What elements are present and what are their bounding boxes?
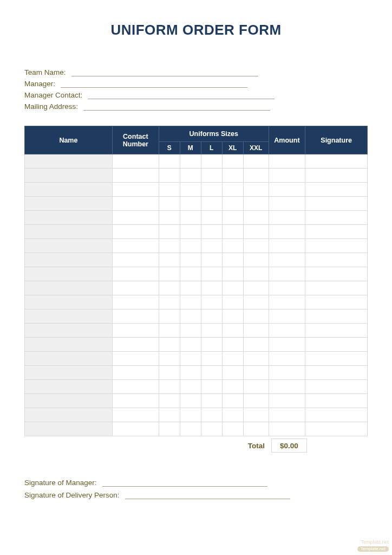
cell[interactable]: [159, 197, 180, 211]
input-line-sig-manager[interactable]: [102, 479, 267, 487]
cell[interactable]: [222, 408, 243, 422]
cell[interactable]: [159, 267, 180, 281]
cell[interactable]: [222, 309, 243, 324]
cell[interactable]: [222, 169, 243, 183]
cell[interactable]: [159, 422, 180, 436]
cell[interactable]: [180, 422, 201, 436]
cell[interactable]: [112, 239, 159, 253]
cell[interactable]: [112, 211, 159, 225]
cell[interactable]: [25, 352, 113, 366]
cell[interactable]: [112, 154, 159, 169]
cell[interactable]: [112, 394, 159, 408]
cell[interactable]: [269, 338, 305, 352]
cell[interactable]: [201, 408, 222, 422]
cell[interactable]: [112, 309, 159, 324]
cell[interactable]: [25, 154, 113, 169]
cell[interactable]: [243, 366, 269, 380]
cell[interactable]: [243, 197, 269, 211]
cell[interactable]: [112, 422, 159, 436]
input-line-team-name[interactable]: [71, 69, 258, 76]
cell[interactable]: [201, 309, 222, 324]
cell[interactable]: [305, 366, 368, 380]
cell[interactable]: [112, 408, 159, 422]
cell[interactable]: [243, 267, 269, 281]
cell[interactable]: [159, 281, 180, 295]
cell[interactable]: [159, 253, 180, 267]
cell[interactable]: [222, 183, 243, 197]
cell[interactable]: [201, 239, 222, 253]
cell[interactable]: [201, 281, 222, 295]
cell[interactable]: [305, 169, 368, 183]
cell[interactable]: [305, 338, 368, 352]
cell[interactable]: [180, 169, 201, 183]
cell[interactable]: [112, 267, 159, 281]
cell[interactable]: [201, 295, 222, 309]
cell[interactable]: [180, 154, 201, 169]
cell[interactable]: [305, 281, 368, 295]
cell[interactable]: [159, 366, 180, 380]
cell[interactable]: [222, 394, 243, 408]
cell[interactable]: [222, 422, 243, 436]
cell[interactable]: [159, 183, 180, 197]
input-line-manager[interactable]: [61, 80, 247, 88]
cell[interactable]: [269, 154, 305, 169]
cell[interactable]: [159, 169, 180, 183]
cell[interactable]: [305, 154, 368, 169]
cell[interactable]: [201, 422, 222, 436]
cell[interactable]: [222, 366, 243, 380]
cell[interactable]: [222, 253, 243, 267]
cell[interactable]: [243, 253, 269, 267]
cell[interactable]: [269, 422, 305, 436]
cell[interactable]: [269, 169, 305, 183]
cell[interactable]: [243, 154, 269, 169]
cell[interactable]: [180, 324, 201, 338]
cell[interactable]: [180, 380, 201, 394]
cell[interactable]: [201, 253, 222, 267]
input-line-manager-contact[interactable]: [88, 92, 275, 99]
cell[interactable]: [243, 394, 269, 408]
cell[interactable]: [243, 169, 269, 183]
cell[interactable]: [180, 295, 201, 309]
cell[interactable]: [25, 394, 113, 408]
cell[interactable]: [269, 394, 305, 408]
cell[interactable]: [159, 295, 180, 309]
cell[interactable]: [222, 380, 243, 394]
cell[interactable]: [159, 239, 180, 253]
cell[interactable]: [201, 267, 222, 281]
cell[interactable]: [243, 352, 269, 366]
cell[interactable]: [180, 394, 201, 408]
cell[interactable]: [201, 169, 222, 183]
cell[interactable]: [243, 422, 269, 436]
cell[interactable]: [25, 253, 113, 267]
cell[interactable]: [305, 309, 368, 324]
cell[interactable]: [180, 197, 201, 211]
cell[interactable]: [269, 197, 305, 211]
cell[interactable]: [112, 253, 159, 267]
cell[interactable]: [180, 211, 201, 225]
cell[interactable]: [243, 324, 269, 338]
input-line-mailing-address[interactable]: [83, 103, 270, 111]
cell[interactable]: [201, 324, 222, 338]
cell[interactable]: [159, 338, 180, 352]
cell[interactable]: [222, 281, 243, 295]
cell[interactable]: [269, 239, 305, 253]
cell[interactable]: [112, 225, 159, 239]
cell[interactable]: [25, 197, 113, 211]
cell[interactable]: [159, 225, 180, 239]
cell[interactable]: [180, 408, 201, 422]
cell[interactable]: [25, 338, 113, 352]
cell[interactable]: [112, 352, 159, 366]
cell[interactable]: [112, 324, 159, 338]
cell[interactable]: [25, 422, 113, 436]
cell[interactable]: [269, 366, 305, 380]
cell[interactable]: [305, 183, 368, 197]
cell[interactable]: [25, 183, 113, 197]
cell[interactable]: [269, 295, 305, 309]
cell[interactable]: [222, 197, 243, 211]
cell[interactable]: [112, 338, 159, 352]
cell[interactable]: [222, 324, 243, 338]
cell[interactable]: [25, 295, 113, 309]
cell[interactable]: [25, 169, 113, 183]
cell[interactable]: [201, 394, 222, 408]
cell[interactable]: [222, 295, 243, 309]
